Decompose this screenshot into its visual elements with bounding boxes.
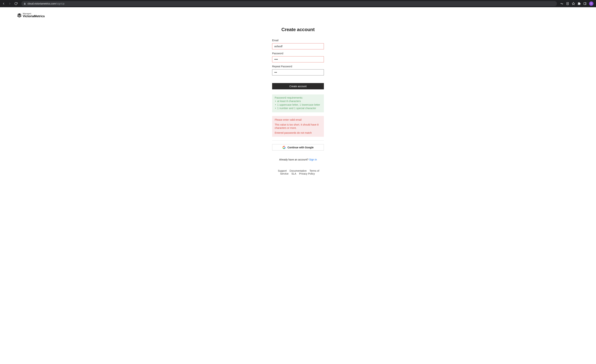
footer-link-support[interactable]: Support [278, 169, 287, 172]
divider [272, 140, 324, 141]
back-button[interactable] [1, 1, 6, 6]
requirement-item: at least 8 characters [275, 99, 321, 103]
password-label: Password [272, 52, 324, 55]
forward-button[interactable] [7, 1, 12, 6]
logo-name-text: VictoriaMetrics [23, 15, 45, 18]
star-icon[interactable] [572, 2, 575, 5]
page-title: Create account [272, 27, 324, 32]
svg-rect-3 [584, 2, 586, 5]
requirement-item: 1 number and 1 special character [275, 107, 321, 110]
key-icon[interactable] [560, 2, 563, 5]
repeat-password-label: Repeat Password [272, 65, 324, 68]
password-field[interactable] [272, 56, 324, 62]
lock-icon [23, 2, 26, 5]
error-message: Please enter valid email [275, 118, 321, 122]
continue-with-google-button[interactable]: Continue with Google [272, 144, 324, 150]
install-icon[interactable] [566, 2, 569, 5]
url-bar[interactable]: cloud.victoriametrics.com/signUp [21, 1, 557, 6]
signin-prompt: Already have an account? Sign in [272, 158, 324, 161]
footer-link-privacy[interactable]: Privacy Policy [299, 172, 315, 175]
logo-icon [17, 13, 22, 18]
error-message: This value is too short. It should have … [275, 123, 321, 130]
signin-link[interactable]: Sign in [309, 158, 317, 161]
footer: Support Documentation Terms of Service S… [272, 169, 324, 175]
sidepanel-icon[interactable] [583, 2, 587, 5]
footer-link-documentation[interactable]: Documentation [290, 169, 307, 172]
error-message: Entered passwords do not match [275, 131, 321, 135]
repeat-password-field[interactable] [272, 69, 324, 75]
error-box: Please enter valid email This value is t… [272, 116, 324, 137]
create-account-button[interactable]: Create account [272, 83, 324, 89]
email-label: Email [272, 39, 324, 42]
svg-marker-2 [572, 2, 575, 5]
profile-avatar[interactable]: D [589, 1, 594, 6]
email-field[interactable] [272, 43, 324, 49]
url-text: cloud.victoriametrics.com/signUp [28, 2, 65, 5]
footer-link-sla[interactable]: SLA [291, 172, 296, 175]
password-requirements-box: Password requirements: at least 8 charac… [272, 94, 324, 112]
requirement-item: 1 uppercase letter, 1 lowercase letter [275, 103, 321, 107]
requirements-title: Password requirements: [275, 96, 321, 99]
page-body: Managed VictoriaMetrics Create account E… [0, 7, 596, 364]
reload-button[interactable] [14, 1, 18, 6]
google-icon [283, 146, 286, 149]
extensions-icon[interactable] [578, 2, 581, 5]
google-button-label: Continue with Google [288, 146, 314, 149]
browser-chrome: cloud.victoriametrics.com/signUp D [0, 0, 596, 7]
logo[interactable]: Managed VictoriaMetrics [17, 13, 596, 18]
